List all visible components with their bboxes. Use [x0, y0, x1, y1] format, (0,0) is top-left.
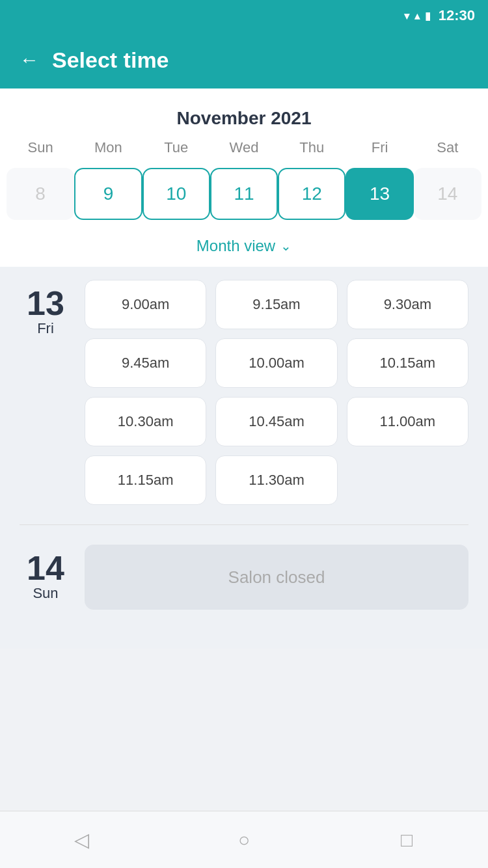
slot-900am[interactable]: 9.00am [85, 280, 206, 329]
dates-row: 8 9 10 11 12 13 14 [0, 163, 488, 229]
day-13-grid: 9.00am 9.15am 9.30am 9.45am 10.00am 10.1… [85, 280, 468, 505]
slot-945am[interactable]: 9.45am [85, 338, 206, 388]
status-bar: ▾ ▴ ▮ 12:30 [0, 0, 488, 31]
nav-recents-button[interactable]: □ [387, 821, 426, 860]
section-divider [20, 524, 468, 525]
date-14[interactable]: 14 [414, 168, 481, 220]
month-view-toggle[interactable]: Month view ⌄ [0, 229, 488, 267]
date-10[interactable]: 10 [142, 168, 210, 220]
salon-closed-box: Salon closed [85, 545, 468, 610]
weekday-sat: Sat [414, 139, 481, 156]
nav-home-button[interactable]: ○ [224, 821, 264, 860]
day-14-label: 14 Sun [20, 545, 72, 610]
back-button[interactable]: ← [20, 50, 39, 70]
day-14-section: 14 Sun Salon closed [20, 545, 468, 610]
status-time: 12:30 [439, 7, 475, 24]
slot-1045am[interactable]: 10.45am [215, 397, 337, 446]
day-13-name: Fri [37, 320, 54, 337]
weekday-sun: Sun [7, 139, 74, 156]
date-8[interactable]: 8 [7, 168, 74, 220]
nav-back-button[interactable]: ◁ [62, 821, 101, 860]
weekday-wed: Wed [210, 139, 278, 156]
date-9[interactable]: 9 [74, 168, 142, 220]
weekday-tue: Tue [142, 139, 210, 156]
slots-section: 13 Fri 9.00am 9.15am 9.30am 9.45am 10.00… [0, 267, 488, 649]
slot-1100am[interactable]: 11.00am [347, 397, 468, 446]
day-13-label: 13 Fri [20, 280, 72, 505]
day-14-number: 14 [27, 551, 64, 585]
slot-1130am[interactable]: 11.30am [215, 455, 337, 505]
slot-1115am[interactable]: 11.15am [85, 455, 206, 505]
slot-1015am[interactable]: 10.15am [347, 338, 468, 388]
weekday-mon: Mon [74, 139, 142, 156]
salon-closed-label: Salon closed [228, 567, 325, 588]
signal-icon: ▴ [414, 10, 420, 22]
weekdays-row: Sun Mon Tue Wed Thu Fri Sat [0, 139, 488, 163]
bottom-navigation: ◁ ○ □ [0, 811, 488, 868]
date-11[interactable]: 11 [210, 168, 278, 220]
month-label: November 2021 [0, 102, 488, 139]
calendar-section: November 2021 Sun Mon Tue Wed Thu Fri Sa… [0, 88, 488, 267]
wifi-icon: ▾ [404, 10, 409, 22]
slot-1000am[interactable]: 10.00am [215, 338, 337, 388]
month-view-label: Month view [197, 237, 275, 255]
weekday-thu: Thu [278, 139, 346, 156]
weekday-fri: Fri [346, 139, 413, 156]
day-13-section: 13 Fri 9.00am 9.15am 9.30am 9.45am 10.00… [20, 280, 468, 505]
date-13[interactable]: 13 [346, 168, 413, 220]
slot-1030am[interactable]: 10.30am [85, 397, 206, 446]
chevron-down-icon: ⌄ [280, 238, 291, 254]
date-12[interactable]: 12 [278, 168, 346, 220]
page-title: Select time [52, 47, 169, 73]
slot-915am[interactable]: 9.15am [215, 280, 337, 329]
day-14-name: Sun [33, 585, 58, 602]
slot-930am[interactable]: 9.30am [347, 280, 468, 329]
app-header: ← Select time [0, 31, 488, 88]
day-13-number: 13 [27, 286, 64, 320]
status-icons: ▾ ▴ ▮ [404, 10, 431, 22]
battery-icon: ▮ [425, 10, 431, 22]
